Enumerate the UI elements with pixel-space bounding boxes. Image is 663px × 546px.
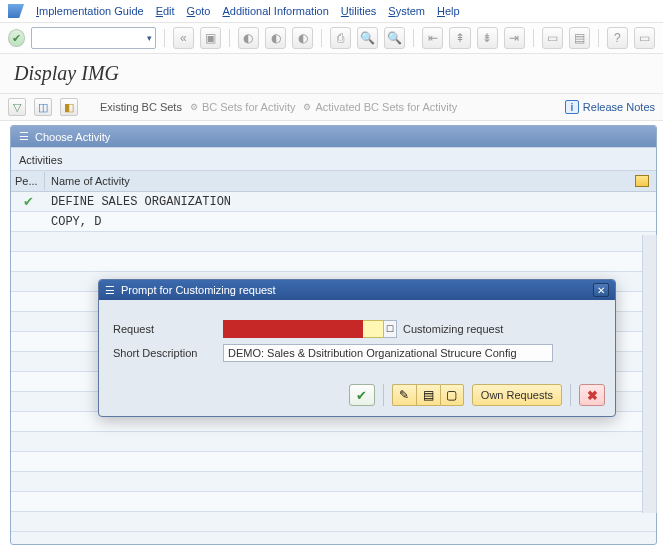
column-pe[interactable]: Pe...	[11, 172, 45, 190]
window-menu-icon[interactable]: ☰	[19, 130, 29, 143]
menu-additional-information[interactable]: Additional Information	[222, 5, 328, 17]
close-icon[interactable]: ✕	[593, 283, 609, 297]
layout-icon[interactable]: ▭	[634, 27, 655, 49]
request-input-extra[interactable]	[363, 320, 383, 338]
page-up-icon[interactable]: ⇞	[449, 27, 470, 49]
menu-implementation-guide[interactable]: Implementation Guide	[36, 5, 144, 17]
print-icon[interactable]: ⎙	[330, 27, 351, 49]
menu-utilities[interactable]: Utilities	[341, 5, 376, 17]
save-icon[interactable]: ▣	[200, 27, 221, 49]
menu-system[interactable]: System	[388, 5, 425, 17]
back-icon[interactable]: «	[173, 27, 194, 49]
create-request-icon[interactable]: ✎	[392, 384, 416, 406]
scrollbar[interactable]	[642, 235, 657, 513]
nav-cancel-icon[interactable]: ◐	[292, 27, 313, 49]
enter-check-icon[interactable]: ✔	[8, 29, 25, 47]
nav-back-icon[interactable]: ◐	[238, 27, 259, 49]
page-first-icon[interactable]: ⇤	[422, 27, 443, 49]
bc-sets-activity-button[interactable]: ⚙BC Sets for Activity	[190, 101, 296, 113]
shortcut-icon[interactable]: ▤	[569, 27, 590, 49]
menu-edit[interactable]: Edit	[156, 5, 175, 17]
page-down-icon[interactable]: ⇟	[477, 27, 498, 49]
column-name[interactable]: Name of Activity	[45, 172, 628, 190]
activated-bc-sets-button[interactable]: ⚙Activated BC Sets for Activity	[303, 101, 457, 113]
customizing-request-dialog: ☰ Prompt for Customizing request ✕ Reque…	[98, 279, 616, 417]
page-title: Display IMG	[0, 54, 663, 94]
nav-exit-icon[interactable]: ◐	[265, 27, 286, 49]
table-row[interactable]: ✔ DEFINE SALES ORGANIZATION	[11, 192, 656, 212]
continue-button[interactable]: ✔	[349, 384, 375, 406]
find-next-icon[interactable]: 🔍	[384, 27, 405, 49]
existing-bc-sets-button[interactable]: Existing BC Sets	[100, 101, 182, 113]
tree-icon[interactable]: ▤	[416, 384, 440, 406]
activity-name: COPY, D	[45, 215, 656, 229]
window-menu-icon[interactable]: ☰	[105, 284, 115, 297]
activities-heading: Activities	[11, 147, 656, 171]
collapse-icon[interactable]: ◫	[34, 98, 52, 116]
main-toolbar: ✔ ▾ « ▣ ◐ ◐ ◐ ⎙ 🔍 🔍 ⇤ ⇞ ⇟ ⇥ ▭ ▤ ? ▭	[0, 23, 663, 54]
short-description-label: Short Description	[113, 347, 223, 359]
session-new-icon[interactable]: ▭	[542, 27, 563, 49]
sub-toolbar: ▽ ◫ ◧ Existing BC Sets ⚙BC Sets for Acti…	[0, 94, 663, 121]
customizing-request-label: Customizing request	[403, 323, 503, 335]
check-icon: ✔	[23, 194, 34, 209]
menu-bar: Implementation Guide Edit Goto Additiona…	[0, 0, 663, 23]
activity-name: DEFINE SALES ORGANIZATION	[45, 195, 656, 209]
command-field[interactable]: ▾	[31, 27, 155, 49]
expand-icon[interactable]: ▽	[8, 98, 26, 116]
find-icon[interactable]: 🔍	[357, 27, 378, 49]
release-notes-button[interactable]: iRelease Notes	[565, 100, 655, 114]
help-icon[interactable]: ?	[607, 27, 628, 49]
menu-goto[interactable]: Goto	[187, 5, 211, 17]
table-row[interactable]: COPY, D	[11, 212, 656, 232]
request-input[interactable]	[223, 320, 363, 338]
own-requests-button[interactable]: Own Requests	[472, 384, 562, 406]
where-used-icon[interactable]: ◧	[60, 98, 78, 116]
search-help-icon[interactable]: ☐	[383, 320, 397, 338]
dialog-title: Prompt for Customizing request	[121, 284, 276, 296]
page-last-icon[interactable]: ⇥	[504, 27, 525, 49]
menu-help[interactable]: Help	[437, 5, 460, 17]
cancel-button[interactable]: ✖	[579, 384, 605, 406]
request-label: Request	[113, 323, 223, 335]
short-description-input[interactable]: DEMO: Sales & Dsitribution Organizationa…	[223, 344, 553, 362]
column-config-icon[interactable]	[628, 171, 656, 191]
choose-activity-title: ☰ Choose Activity	[11, 126, 656, 147]
sap-logo-icon	[8, 4, 24, 18]
new-icon[interactable]: ▢	[440, 384, 464, 406]
